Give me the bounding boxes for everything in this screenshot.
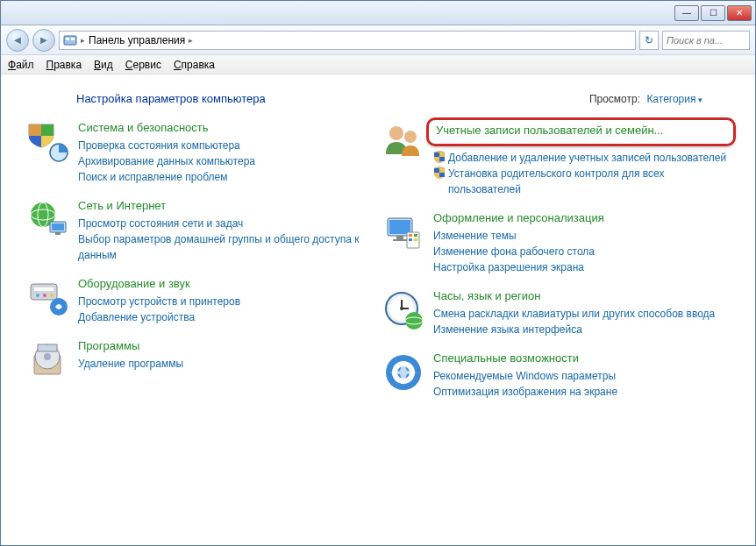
menu-bar: Файл Правка Вид Сервис Справка xyxy=(1,55,755,74)
users-icon xyxy=(382,121,424,163)
svg-rect-4 xyxy=(41,124,53,136)
search-input[interactable] xyxy=(667,35,745,46)
svg-rect-27 xyxy=(439,173,445,177)
content-area: Настройка параметров компьютера Просмотр… xyxy=(1,74,755,545)
view-dropdown[interactable]: Категория xyxy=(646,93,703,105)
category-title[interactable]: Программы xyxy=(78,339,374,354)
svg-rect-36 xyxy=(414,238,417,241)
search-box[interactable] xyxy=(662,31,750,50)
shield-icon xyxy=(433,167,446,179)
shield-icon xyxy=(433,151,446,163)
accessibility-icon xyxy=(382,351,424,394)
category-link[interactable]: Архивирование данных компьютера xyxy=(78,153,374,169)
svg-rect-34 xyxy=(414,234,417,237)
menu-help[interactable]: Справка xyxy=(174,59,215,71)
svg-rect-33 xyxy=(409,234,412,237)
breadcrumb-sep-icon[interactable]: ▸ xyxy=(189,36,193,45)
category-link[interactable]: Изменение темы xyxy=(433,228,729,244)
titlebar: — ☐ ✕ xyxy=(1,1,755,25)
category-title[interactable]: Часы, язык и регион xyxy=(433,289,729,304)
category-hardware: Оборудование и звук Просмотр устройств и… xyxy=(27,277,374,325)
appearance-icon xyxy=(382,211,424,253)
category-link[interactable]: Оптимизация изображения на экране xyxy=(433,384,729,400)
category-link[interactable]: Рекомендуемые Windows параметры xyxy=(433,368,729,384)
category-system: Система и безопасность Проверка состояни… xyxy=(27,121,374,185)
svg-rect-13 xyxy=(34,287,53,291)
clock-icon xyxy=(382,289,424,331)
svg-rect-3 xyxy=(29,124,41,136)
view-label: Просмотр: xyxy=(589,93,640,105)
window-controls: — ☐ ✕ xyxy=(674,5,752,21)
breadcrumb-root[interactable]: Панель управления xyxy=(89,34,185,46)
breadcrumb[interactable]: ▸ Панель управления ▸ xyxy=(59,31,636,50)
svg-point-22 xyxy=(389,126,403,140)
network-icon xyxy=(27,199,69,241)
category-link[interactable]: Изменение фона рабочего стола xyxy=(433,244,729,259)
category-access: Специальные возможности Рекомендуемые Wi… xyxy=(382,351,729,400)
heading-row: Настройка параметров компьютера Просмотр… xyxy=(27,92,729,105)
category-title[interactable]: Система и безопасность xyxy=(78,121,374,136)
svg-rect-11 xyxy=(55,232,61,235)
svg-rect-2 xyxy=(71,38,75,40)
category-network: Сеть и Интернет Просмотр состояния сети … xyxy=(27,199,374,263)
category-link[interactable]: Выбор параметров домашней группы и общег… xyxy=(78,231,374,263)
category-programs: Программы Удаление программы xyxy=(27,339,374,381)
menu-tools[interactable]: Сервис xyxy=(125,59,161,71)
category-title[interactable]: Учетные записи пользователей и семейн... xyxy=(436,124,726,138)
svg-rect-21 xyxy=(38,344,57,351)
close-button[interactable]: ✕ xyxy=(727,5,752,21)
svg-rect-30 xyxy=(396,236,403,239)
svg-rect-26 xyxy=(434,168,439,173)
category-appearance: Оформление и персонализация Изменение те… xyxy=(382,211,729,275)
minimize-button[interactable]: — xyxy=(674,5,699,21)
refresh-button[interactable]: ↻ xyxy=(639,31,659,50)
maximize-button[interactable]: ☐ xyxy=(701,5,725,21)
svg-rect-24 xyxy=(434,152,439,157)
view-control: Просмотр: Категория xyxy=(589,93,703,105)
svg-rect-25 xyxy=(439,157,445,161)
svg-rect-10 xyxy=(52,223,64,230)
category-link[interactable]: Установка родительского контроля для все… xyxy=(433,166,729,197)
svg-rect-35 xyxy=(409,238,412,241)
category-title[interactable]: Сеть и Интернет xyxy=(78,199,374,214)
category-link[interactable]: Проверка состояния компьютера xyxy=(78,138,374,153)
menu-view[interactable]: Вид xyxy=(94,59,113,71)
svg-point-41 xyxy=(400,307,403,310)
category-link[interactable]: Добавление и удаление учетных записей по… xyxy=(433,150,729,166)
control-panel-window: — ☐ ✕ ◄ ► ▸ Панель управления ▸ ↻ Файл П… xyxy=(0,0,756,546)
control-panel-icon xyxy=(63,33,77,47)
category-link[interactable]: Смена раскладки клавиатуры или других сп… xyxy=(433,306,729,322)
category-link[interactable]: Изменение языка интерфейса xyxy=(433,322,729,337)
category-title[interactable]: Специальные возможности xyxy=(433,351,729,366)
forward-button[interactable]: ► xyxy=(32,29,55,52)
category-link[interactable]: Просмотр состояния сети и задач xyxy=(78,216,374,231)
back-button[interactable]: ◄ xyxy=(6,29,29,52)
highlighted-category: Учетные записи пользователей и семейн... xyxy=(426,117,736,146)
svg-point-14 xyxy=(36,294,39,297)
svg-point-16 xyxy=(50,294,53,297)
category-link[interactable]: Удаление программы xyxy=(78,356,374,372)
system-security-icon xyxy=(27,121,69,163)
menu-edit[interactable]: Правка xyxy=(46,59,82,71)
svg-point-15 xyxy=(43,294,46,297)
svg-rect-31 xyxy=(393,239,407,241)
svg-rect-1 xyxy=(66,38,69,40)
breadcrumb-sep-icon: ▸ xyxy=(81,36,85,45)
svg-point-20 xyxy=(44,353,51,360)
category-link[interactable]: Настройка разрешения экрана xyxy=(433,259,729,275)
category-link[interactable]: Поиск и исправление проблем xyxy=(78,169,374,185)
category-grid: Система и безопасность Проверка состояни… xyxy=(27,121,729,400)
hardware-icon xyxy=(27,277,69,319)
right-column: Учетные записи пользователей и семейн...… xyxy=(382,121,729,400)
navigation-bar: ◄ ► ▸ Панель управления ▸ ↻ xyxy=(1,25,755,55)
menu-file[interactable]: Файл xyxy=(8,59,34,71)
category-link[interactable]: Добавление устройства xyxy=(78,309,374,325)
page-title: Настройка параметров компьютера xyxy=(76,92,266,105)
category-title[interactable]: Оформление и персонализация xyxy=(433,211,729,226)
svg-point-42 xyxy=(405,312,423,330)
category-users: Учетные записи пользователей и семейн...… xyxy=(382,121,729,197)
left-column: Система и безопасность Проверка состояни… xyxy=(27,121,374,400)
category-title[interactable]: Оборудование и звук xyxy=(78,277,374,292)
svg-point-23 xyxy=(404,131,417,143)
category-link[interactable]: Просмотр устройств и принтеров xyxy=(78,294,374,309)
